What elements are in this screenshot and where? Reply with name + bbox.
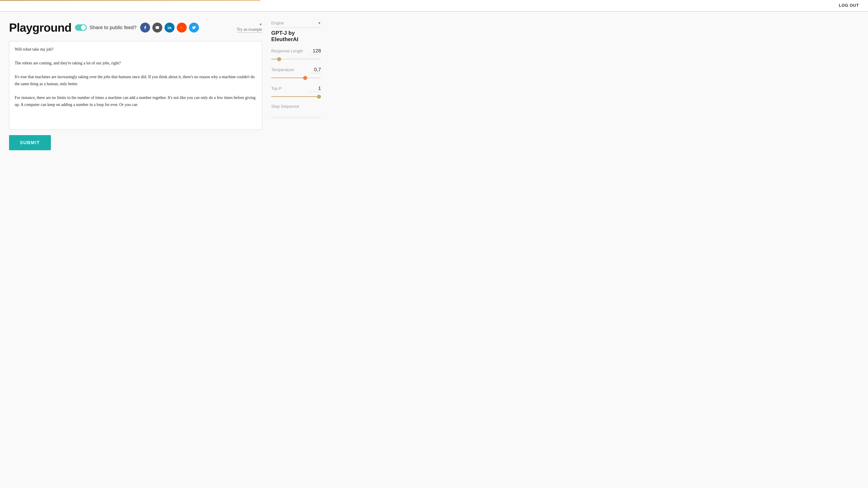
header-row: Playground Share to public feed? [9,21,262,34]
top-p-label: Top P [271,86,282,91]
linkedin-icon[interactable] [164,23,175,33]
share-section: Share to public feed? [75,23,199,33]
facebook-icon[interactable] [140,23,150,33]
toggle-wrapper: Share to public feed? [75,24,136,31]
temperature-slider[interactable] [271,77,321,78]
temperature-label: Temperature [271,68,294,72]
temperature-section: Temperature 0,7 [271,67,321,79]
stop-sequence-input[interactable] [271,111,321,118]
response-length-section: Response Length 128 [271,48,321,60]
share-toggle[interactable] [75,24,87,31]
engine-dropdown-button[interactable]: ▼ [259,23,262,26]
share-label: Share to public feed? [90,25,136,31]
try-example-section: ▼ Try an example [237,23,262,33]
top-p-header: Top P 1 [271,86,321,92]
chevron-down-icon: ▼ [259,23,262,26]
temperature-header: Temperature 0,7 [271,67,321,73]
response-length-label: Response Length [271,49,303,54]
top-p-value: 1 [310,86,321,92]
progress-bar [0,0,260,1]
temperature-value: 0,7 [310,67,321,73]
share-and-example: Share to public feed? [75,23,262,33]
engine-chevron-icon: ▼ [318,22,321,25]
top-p-slider[interactable] [271,96,321,97]
twitter-icon[interactable] [189,23,199,33]
svg-text:r/: r/ [181,26,182,29]
response-length-slider[interactable] [271,59,321,59]
right-section: Engine ▼ GPT-J by EleutherAI Response Le… [271,21,321,150]
engine-selector[interactable]: Engine ▼ [271,21,321,28]
try-example-link[interactable]: Try an example [237,27,262,33]
logout-button[interactable]: LOG OUT [839,3,859,8]
email-icon[interactable] [152,23,162,33]
page-title: Playground [9,21,71,34]
engine-section: Engine ▼ GPT-J by EleutherAI [271,21,321,42]
prompt-textarea[interactable] [15,46,256,123]
engine-value: GPT-J by EleutherAI [271,30,321,42]
submit-button[interactable]: SUBMIT [9,135,51,150]
social-icons: r/ [140,23,199,33]
stop-sequence-section: Stop Sequence [271,104,321,118]
response-length-value: 128 [310,48,321,55]
top-bar: LOG OUT [0,0,868,12]
stop-sequence-label: Stop Sequence [271,104,321,109]
reddit-icon[interactable]: r/ [177,23,187,33]
response-length-header: Response Length 128 [271,48,321,55]
svg-point-0 [168,26,168,27]
toggle-slider [75,24,87,31]
engine-label: Engine [271,21,284,26]
left-section: Playground Share to public feed? [9,21,262,150]
text-area-container [9,41,262,130]
main-content: Playground Share to public feed? [0,12,330,159]
top-p-section: Top P 1 [271,86,321,98]
